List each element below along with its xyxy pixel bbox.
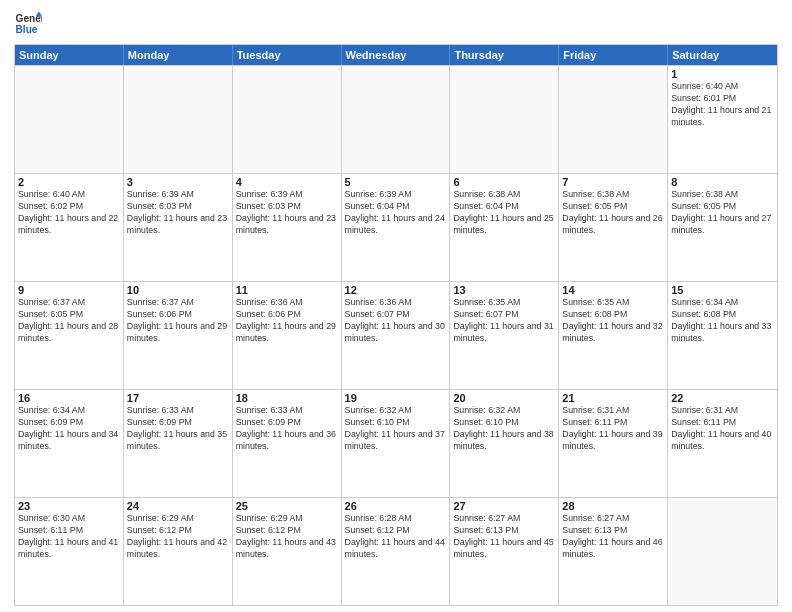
day-number: 27 <box>453 500 555 512</box>
day-number: 13 <box>453 284 555 296</box>
cell-info: Sunrise: 6:39 AM Sunset: 6:03 PM Dayligh… <box>127 189 229 237</box>
cell-info: Sunrise: 6:38 AM Sunset: 6:04 PM Dayligh… <box>453 189 555 237</box>
calendar-header: SundayMondayTuesdayWednesdayThursdayFrid… <box>15 45 777 65</box>
weekday-header: Friday <box>559 45 668 65</box>
day-number: 24 <box>127 500 229 512</box>
cell-info: Sunrise: 6:40 AM Sunset: 6:02 PM Dayligh… <box>18 189 120 237</box>
cell-info: Sunrise: 6:32 AM Sunset: 6:10 PM Dayligh… <box>345 405 447 453</box>
cell-info: Sunrise: 6:30 AM Sunset: 6:11 PM Dayligh… <box>18 513 120 561</box>
day-number: 11 <box>236 284 338 296</box>
cell-info: Sunrise: 6:34 AM Sunset: 6:08 PM Dayligh… <box>671 297 774 345</box>
calendar-cell: 12Sunrise: 6:36 AM Sunset: 6:07 PM Dayli… <box>342 282 451 389</box>
calendar-cell: 20Sunrise: 6:32 AM Sunset: 6:10 PM Dayli… <box>450 390 559 497</box>
calendar: SundayMondayTuesdayWednesdayThursdayFrid… <box>14 44 778 606</box>
calendar-cell: 14Sunrise: 6:35 AM Sunset: 6:08 PM Dayli… <box>559 282 668 389</box>
day-number: 5 <box>345 176 447 188</box>
cell-info: Sunrise: 6:39 AM Sunset: 6:03 PM Dayligh… <box>236 189 338 237</box>
calendar-cell: 23Sunrise: 6:30 AM Sunset: 6:11 PM Dayli… <box>15 498 124 605</box>
calendar-row: 23Sunrise: 6:30 AM Sunset: 6:11 PM Dayli… <box>15 497 777 605</box>
cell-info: Sunrise: 6:35 AM Sunset: 6:07 PM Dayligh… <box>453 297 555 345</box>
cell-info: Sunrise: 6:37 AM Sunset: 6:06 PM Dayligh… <box>127 297 229 345</box>
calendar-cell: 26Sunrise: 6:28 AM Sunset: 6:12 PM Dayli… <box>342 498 451 605</box>
cell-info: Sunrise: 6:31 AM Sunset: 6:11 PM Dayligh… <box>671 405 774 453</box>
day-number: 28 <box>562 500 664 512</box>
day-number: 7 <box>562 176 664 188</box>
day-number: 8 <box>671 176 774 188</box>
page: General Blue SundayMondayTuesdayWednesda… <box>0 0 792 612</box>
calendar-cell <box>124 66 233 173</box>
weekday-header: Monday <box>124 45 233 65</box>
calendar-cell: 18Sunrise: 6:33 AM Sunset: 6:09 PM Dayli… <box>233 390 342 497</box>
day-number: 16 <box>18 392 120 404</box>
day-number: 25 <box>236 500 338 512</box>
calendar-row: 1Sunrise: 6:40 AM Sunset: 6:01 PM Daylig… <box>15 65 777 173</box>
calendar-cell: 13Sunrise: 6:35 AM Sunset: 6:07 PM Dayli… <box>450 282 559 389</box>
day-number: 26 <box>345 500 447 512</box>
logo: General Blue <box>14 10 42 38</box>
cell-info: Sunrise: 6:33 AM Sunset: 6:09 PM Dayligh… <box>127 405 229 453</box>
cell-info: Sunrise: 6:40 AM Sunset: 6:01 PM Dayligh… <box>671 81 774 129</box>
calendar-cell: 3Sunrise: 6:39 AM Sunset: 6:03 PM Daylig… <box>124 174 233 281</box>
day-number: 6 <box>453 176 555 188</box>
calendar-cell <box>559 66 668 173</box>
calendar-cell: 2Sunrise: 6:40 AM Sunset: 6:02 PM Daylig… <box>15 174 124 281</box>
calendar-cell <box>233 66 342 173</box>
calendar-cell: 16Sunrise: 6:34 AM Sunset: 6:09 PM Dayli… <box>15 390 124 497</box>
day-number: 4 <box>236 176 338 188</box>
calendar-cell <box>342 66 451 173</box>
weekday-header: Saturday <box>668 45 777 65</box>
cell-info: Sunrise: 6:27 AM Sunset: 6:13 PM Dayligh… <box>562 513 664 561</box>
cell-info: Sunrise: 6:29 AM Sunset: 6:12 PM Dayligh… <box>127 513 229 561</box>
calendar-cell: 19Sunrise: 6:32 AM Sunset: 6:10 PM Dayli… <box>342 390 451 497</box>
weekday-header: Thursday <box>450 45 559 65</box>
cell-info: Sunrise: 6:28 AM Sunset: 6:12 PM Dayligh… <box>345 513 447 561</box>
day-number: 21 <box>562 392 664 404</box>
day-number: 15 <box>671 284 774 296</box>
svg-text:Blue: Blue <box>16 24 38 35</box>
day-number: 22 <box>671 392 774 404</box>
cell-info: Sunrise: 6:27 AM Sunset: 6:13 PM Dayligh… <box>453 513 555 561</box>
day-number: 19 <box>345 392 447 404</box>
calendar-cell: 11Sunrise: 6:36 AM Sunset: 6:06 PM Dayli… <box>233 282 342 389</box>
day-number: 2 <box>18 176 120 188</box>
header: General Blue <box>14 10 778 38</box>
calendar-row: 9Sunrise: 6:37 AM Sunset: 6:05 PM Daylig… <box>15 281 777 389</box>
calendar-cell <box>15 66 124 173</box>
cell-info: Sunrise: 6:38 AM Sunset: 6:05 PM Dayligh… <box>562 189 664 237</box>
calendar-cell: 15Sunrise: 6:34 AM Sunset: 6:08 PM Dayli… <box>668 282 777 389</box>
calendar-cell: 25Sunrise: 6:29 AM Sunset: 6:12 PM Dayli… <box>233 498 342 605</box>
calendar-cell: 24Sunrise: 6:29 AM Sunset: 6:12 PM Dayli… <box>124 498 233 605</box>
calendar-cell <box>668 498 777 605</box>
cell-info: Sunrise: 6:35 AM Sunset: 6:08 PM Dayligh… <box>562 297 664 345</box>
calendar-row: 2Sunrise: 6:40 AM Sunset: 6:02 PM Daylig… <box>15 173 777 281</box>
cell-info: Sunrise: 6:32 AM Sunset: 6:10 PM Dayligh… <box>453 405 555 453</box>
calendar-cell: 10Sunrise: 6:37 AM Sunset: 6:06 PM Dayli… <box>124 282 233 389</box>
calendar-cell: 1Sunrise: 6:40 AM Sunset: 6:01 PM Daylig… <box>668 66 777 173</box>
calendar-row: 16Sunrise: 6:34 AM Sunset: 6:09 PM Dayli… <box>15 389 777 497</box>
calendar-cell: 21Sunrise: 6:31 AM Sunset: 6:11 PM Dayli… <box>559 390 668 497</box>
calendar-cell: 4Sunrise: 6:39 AM Sunset: 6:03 PM Daylig… <box>233 174 342 281</box>
day-number: 9 <box>18 284 120 296</box>
calendar-cell: 5Sunrise: 6:39 AM Sunset: 6:04 PM Daylig… <box>342 174 451 281</box>
calendar-cell: 8Sunrise: 6:38 AM Sunset: 6:05 PM Daylig… <box>668 174 777 281</box>
day-number: 1 <box>671 68 774 80</box>
calendar-body: 1Sunrise: 6:40 AM Sunset: 6:01 PM Daylig… <box>15 65 777 605</box>
day-number: 14 <box>562 284 664 296</box>
calendar-cell: 17Sunrise: 6:33 AM Sunset: 6:09 PM Dayli… <box>124 390 233 497</box>
logo-icon: General Blue <box>14 10 42 38</box>
weekday-header: Tuesday <box>233 45 342 65</box>
calendar-cell: 7Sunrise: 6:38 AM Sunset: 6:05 PM Daylig… <box>559 174 668 281</box>
cell-info: Sunrise: 6:36 AM Sunset: 6:07 PM Dayligh… <box>345 297 447 345</box>
cell-info: Sunrise: 6:31 AM Sunset: 6:11 PM Dayligh… <box>562 405 664 453</box>
calendar-cell <box>450 66 559 173</box>
cell-info: Sunrise: 6:33 AM Sunset: 6:09 PM Dayligh… <box>236 405 338 453</box>
cell-info: Sunrise: 6:29 AM Sunset: 6:12 PM Dayligh… <box>236 513 338 561</box>
day-number: 3 <box>127 176 229 188</box>
cell-info: Sunrise: 6:38 AM Sunset: 6:05 PM Dayligh… <box>671 189 774 237</box>
cell-info: Sunrise: 6:37 AM Sunset: 6:05 PM Dayligh… <box>18 297 120 345</box>
day-number: 18 <box>236 392 338 404</box>
cell-info: Sunrise: 6:39 AM Sunset: 6:04 PM Dayligh… <box>345 189 447 237</box>
day-number: 20 <box>453 392 555 404</box>
calendar-cell: 6Sunrise: 6:38 AM Sunset: 6:04 PM Daylig… <box>450 174 559 281</box>
day-number: 10 <box>127 284 229 296</box>
